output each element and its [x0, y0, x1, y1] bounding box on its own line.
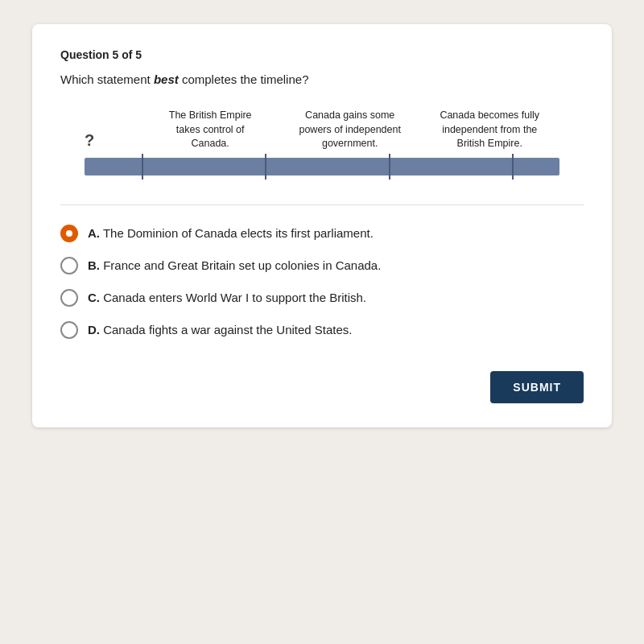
option-b-text: B. France and Great Britain set up colon…	[88, 258, 381, 272]
radio-a[interactable]	[60, 225, 78, 242]
timeline: ? The British Empiretakes control ofCana…	[60, 109, 584, 180]
submit-button[interactable]: SUBMIT	[490, 371, 584, 403]
option-b[interactable]: B. France and Great Britain set up colon…	[60, 257, 584, 275]
quiz-card: Question 5 of 5 Which statement best com…	[32, 24, 612, 427]
timeline-tick-2	[265, 154, 266, 180]
option-c-letter: C.	[88, 291, 100, 304]
radio-c[interactable]	[60, 289, 78, 307]
options-list: A. The Dominion of Canada elects its fir…	[60, 225, 584, 339]
radio-d[interactable]	[60, 321, 78, 339]
timeline-bar	[85, 158, 559, 175]
question-suffix: completes the timeline?	[179, 72, 309, 86]
timeline-bar-wrapper	[68, 158, 576, 180]
option-a[interactable]: A. The Dominion of Canada elects its fir…	[60, 225, 584, 242]
option-c[interactable]: C. Canada enters World War I to support …	[60, 289, 584, 307]
timeline-event-3: Canada becomes fullyindependent from the…	[419, 109, 559, 151]
timeline-tick-3	[389, 154, 390, 180]
question-text: Which statement best completes the timel…	[60, 72, 584, 86]
timeline-tick-4	[512, 154, 514, 180]
option-a-letter: A.	[88, 226, 100, 240]
timeline-event-2: Canada gains somepowers of independentgo…	[280, 109, 420, 151]
option-d-text: D. Canada fights a war against the Unite…	[88, 323, 353, 336]
timeline-tick-1	[142, 154, 143, 180]
option-d-letter: D.	[88, 323, 100, 336]
timeline-question-mark: ?	[85, 129, 140, 151]
option-a-text: A. The Dominion of Canada elects its fir…	[88, 226, 374, 240]
section-divider	[60, 204, 584, 205]
option-d[interactable]: D. Canada fights a war against the Unite…	[60, 321, 584, 339]
submit-row: SUBMIT	[60, 371, 584, 403]
option-c-text: C. Canada enters World War I to support …	[88, 291, 366, 304]
question-italic: best	[154, 72, 179, 86]
option-b-letter: B.	[88, 258, 100, 272]
question-prefix: Which statement	[60, 72, 154, 86]
radio-b[interactable]	[60, 257, 78, 275]
timeline-labels: ? The British Empiretakes control ofCana…	[68, 109, 576, 151]
timeline-event-1: The British Empiretakes control ofCanada…	[140, 109, 280, 151]
question-label: Question 5 of 5	[60, 48, 584, 61]
